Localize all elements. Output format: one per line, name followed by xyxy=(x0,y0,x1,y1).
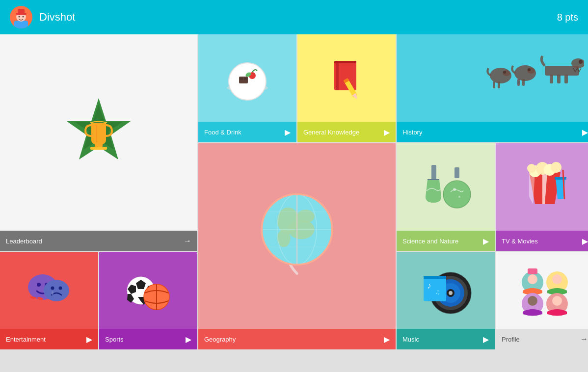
general-icon-area xyxy=(297,34,396,122)
sports-label: Sports xyxy=(105,336,124,343)
tile-history[interactable]: History ▶ xyxy=(397,34,588,142)
svg-point-37 xyxy=(579,60,583,64)
tile-food[interactable]: Food & Drink ▶ xyxy=(198,34,296,142)
svg-rect-3 xyxy=(18,9,25,14)
music-icon-area: ♪ ♫ xyxy=(397,252,495,329)
svg-rect-55 xyxy=(431,165,436,180)
science-label: Science and Nature xyxy=(402,238,458,245)
tile-science[interactable]: Science and Nature ▶ xyxy=(397,143,495,251)
app-title: Divshot xyxy=(39,11,75,24)
category-grid: Leaderboard → Food xyxy=(0,34,588,372)
svg-point-27 xyxy=(503,71,506,74)
svg-rect-40 xyxy=(564,75,568,83)
music-label: Music xyxy=(402,336,419,343)
svg-point-73 xyxy=(37,283,41,287)
history-icon-area xyxy=(397,34,588,122)
tile-leaderboard[interactable]: Leaderboard → xyxy=(0,34,197,251)
tv-label-bar: TV & Movies ▶ xyxy=(496,231,588,251)
entertainment-arrow: ▶ xyxy=(86,335,92,344)
svg-point-107 xyxy=(528,296,537,306)
tv-icon-area xyxy=(496,143,588,231)
geography-icon-area xyxy=(198,143,396,329)
leaderboard-icon-area xyxy=(0,34,197,231)
svg-rect-21 xyxy=(334,61,356,63)
profile-label-bar: Profile → xyxy=(496,329,588,349)
leaderboard-label: Leaderboard xyxy=(6,238,42,245)
sports-arrow: ▶ xyxy=(186,335,191,344)
svg-rect-33 xyxy=(517,79,520,86)
tile-sports[interactable]: Sports ▶ xyxy=(99,252,197,349)
svg-point-4 xyxy=(19,16,20,18)
svg-rect-56 xyxy=(454,167,459,178)
svg-point-67 xyxy=(551,162,561,173)
music-label-bar: Music ▶ xyxy=(397,329,495,349)
history-arrow: ▶ xyxy=(582,128,588,137)
profile-arrow: → xyxy=(580,335,588,344)
svg-point-42 xyxy=(284,284,310,290)
svg-text:♪: ♪ xyxy=(427,281,431,291)
svg-rect-103 xyxy=(528,268,537,274)
science-arrow: ▶ xyxy=(483,237,489,246)
svg-rect-39 xyxy=(557,75,561,83)
general-label: General Knowledge xyxy=(303,129,359,136)
sports-icon-area xyxy=(99,252,197,329)
geography-label: Geography xyxy=(204,336,236,343)
leaderboard-arrow: → xyxy=(184,237,191,245)
svg-point-76 xyxy=(51,287,54,290)
music-arrow: ▶ xyxy=(483,335,489,344)
tile-music[interactable]: ♪ ♫ Music ▶ xyxy=(397,252,495,349)
leaderboard-label-bar: Leaderboard → xyxy=(0,231,197,251)
tv-arrow: ▶ xyxy=(582,237,588,246)
points-display: 8 pts xyxy=(557,12,578,23)
avatar[interactable] xyxy=(10,6,32,28)
profile-label: Profile xyxy=(502,336,520,343)
svg-point-59 xyxy=(453,188,456,191)
svg-point-75 xyxy=(44,280,69,301)
general-label-bar: General Knowledge ▶ xyxy=(297,122,396,142)
svg-point-60 xyxy=(458,196,460,198)
header-left: Divshot xyxy=(10,6,75,28)
svg-rect-20 xyxy=(336,61,339,90)
tile-entertainment[interactable]: Entertainment ▶ xyxy=(0,252,98,349)
science-label-bar: Science and Nature ▶ xyxy=(397,231,495,251)
tile-geography[interactable]: Geography ▶ xyxy=(198,143,396,349)
food-icon-area xyxy=(198,34,296,122)
svg-point-105 xyxy=(552,274,562,284)
food-arrow: ▶ xyxy=(285,128,291,137)
svg-rect-15 xyxy=(240,78,243,80)
svg-rect-35 xyxy=(545,66,579,76)
geography-arrow: ▶ xyxy=(384,335,390,344)
svg-rect-98 xyxy=(424,276,446,279)
food-label-bar: Food & Drink ▶ xyxy=(198,122,296,142)
svg-rect-9 xyxy=(90,147,107,150)
svg-point-77 xyxy=(59,287,62,290)
entertainment-label: Entertainment xyxy=(6,336,46,343)
svg-point-68 xyxy=(527,164,536,173)
svg-rect-16 xyxy=(244,78,247,80)
profile-icon-area xyxy=(496,252,588,329)
history-label: History xyxy=(402,129,422,136)
tile-profile[interactable]: Profile → xyxy=(496,252,588,349)
tile-tv[interactable]: TV & Movies ▶ xyxy=(496,143,588,251)
svg-point-78 xyxy=(52,291,53,295)
svg-point-94 xyxy=(449,291,453,295)
svg-rect-38 xyxy=(550,75,553,83)
food-label: Food & Drink xyxy=(204,129,241,136)
svg-rect-70 xyxy=(555,177,566,180)
science-icon-area xyxy=(397,143,495,231)
svg-point-109 xyxy=(552,296,562,306)
tv-label: TV & Movies xyxy=(502,238,538,245)
svg-rect-28 xyxy=(493,81,495,88)
history-label-bar: History ▶ xyxy=(397,122,588,142)
general-arrow: ▶ xyxy=(384,128,390,137)
app-header: Divshot 8 pts xyxy=(0,0,588,34)
sports-label-bar: Sports ▶ xyxy=(99,329,197,349)
svg-rect-34 xyxy=(522,79,525,86)
svg-point-5 xyxy=(23,16,24,18)
tile-general[interactable]: General Knowledge ▶ xyxy=(297,34,396,142)
svg-text:♫: ♫ xyxy=(435,288,440,296)
entertainment-icon-area xyxy=(0,252,98,329)
svg-rect-29 xyxy=(498,81,500,88)
svg-point-102 xyxy=(528,274,537,284)
svg-rect-0 xyxy=(14,21,28,28)
